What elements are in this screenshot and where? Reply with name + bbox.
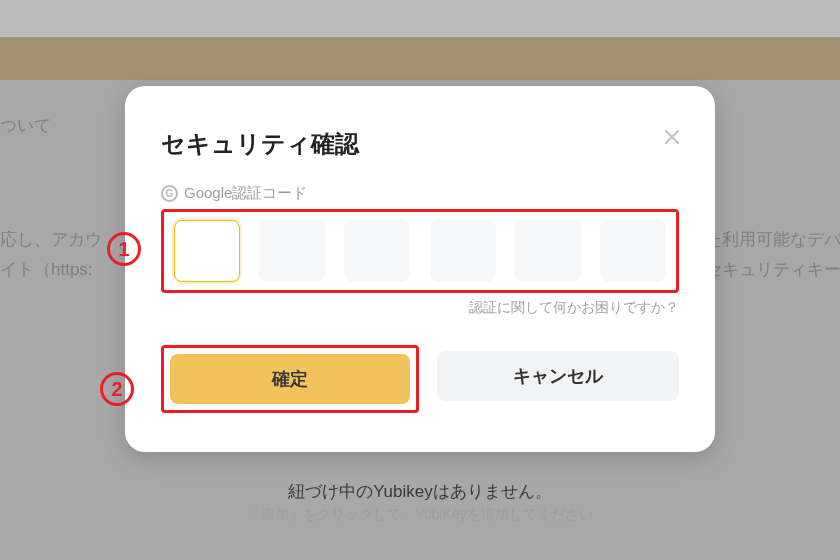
code-digit-3[interactable]: [344, 220, 410, 282]
code-label-row: G Google認証コード: [161, 184, 679, 203]
modal-button-row: 確定 キャンセル: [161, 345, 679, 413]
code-digit-1[interactable]: [174, 220, 240, 282]
code-input-row: [174, 220, 666, 282]
close-button[interactable]: [659, 124, 685, 150]
annotation-callout-2: 2: [100, 372, 134, 406]
code-digit-5[interactable]: [515, 220, 581, 282]
modal-title: セキュリティ確認: [161, 128, 679, 160]
page-root: ついて 応し、アカウ イト（https: た利用可能なデバ セキュリティキー 紐…: [0, 0, 840, 560]
cancel-button[interactable]: キャンセル: [437, 351, 679, 401]
yubikey-hint-text: 「追加」をクリックして、YubiKeyを追加してください: [0, 506, 840, 524]
annotation-callout-1: 1: [107, 232, 141, 266]
code-digit-4[interactable]: [430, 220, 496, 282]
callout-2-outline: 確定: [161, 345, 419, 413]
google-auth-icon: G: [161, 185, 178, 202]
confirm-button[interactable]: 確定: [170, 354, 410, 404]
yubikey-empty-text: 紐づけ中のYubikeyはありません。: [0, 480, 840, 503]
callout-1-outline: [161, 209, 679, 293]
security-verification-modal: セキュリティ確認 G Google認証コード 認証に関して何かお困りですか？: [125, 86, 715, 452]
code-digit-2[interactable]: [259, 220, 325, 282]
auth-help-link[interactable]: 認証に関して何かお困りですか？: [161, 299, 679, 317]
code-digit-6[interactable]: [600, 220, 666, 282]
code-label-text: Google認証コード: [184, 184, 307, 203]
close-icon: [664, 129, 680, 145]
